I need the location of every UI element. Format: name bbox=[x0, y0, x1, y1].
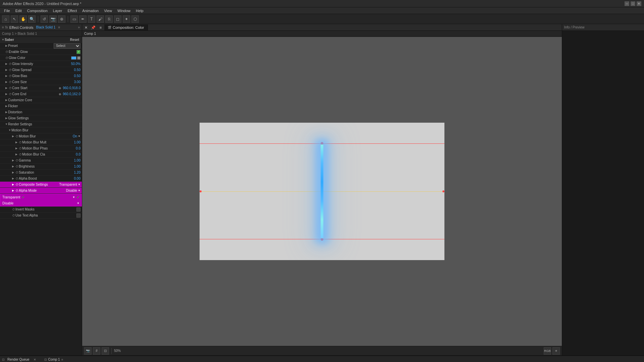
snapshot-button[interactable]: 📷 bbox=[84, 347, 92, 355]
flicker-arrow[interactable]: ▶ bbox=[5, 105, 8, 108]
glow-bias-arrow[interactable]: ▶ bbox=[5, 74, 8, 78]
glow-spread-arrow[interactable]: ▶ bbox=[5, 68, 8, 72]
mb-phas-stopwatch[interactable]: ⏱ bbox=[18, 146, 22, 150]
alpha-boost-value[interactable]: 0.00 bbox=[74, 177, 80, 180]
menu-effect[interactable]: Effect bbox=[65, 8, 79, 13]
tab-pin-icon[interactable]: 📌 bbox=[90, 24, 97, 31]
preset-select[interactable]: Select bbox=[54, 43, 80, 49]
comp1-timeline-icon[interactable]: ⊡ bbox=[44, 358, 47, 361]
mb-mult-stopwatch[interactable]: ⏱ bbox=[18, 140, 22, 144]
motion-blur-section-arrow[interactable]: ▼ bbox=[8, 129, 11, 132]
use-text-alpha-checkbox[interactable] bbox=[76, 214, 80, 218]
rq-close[interactable]: ✕ bbox=[34, 358, 36, 361]
alpha-boost-arrow[interactable]: ▶ bbox=[11, 177, 15, 180]
render-queue-icon[interactable]: ⊡ bbox=[2, 358, 5, 361]
glow-spread-value[interactable]: 0.50 bbox=[74, 68, 80, 72]
home-button[interactable]: ⌂ bbox=[2, 15, 9, 23]
view-grid-button[interactable]: # bbox=[93, 347, 100, 355]
rectangle-tool[interactable]: ▭ bbox=[70, 15, 78, 23]
use-text-alpha-stopwatch[interactable]: ⏱ bbox=[11, 214, 15, 218]
menu-layer[interactable]: Layer bbox=[50, 8, 65, 13]
anchor-tool[interactable]: ⊕ bbox=[58, 15, 65, 23]
gamma-arrow[interactable]: ▶ bbox=[11, 159, 15, 162]
panel-chevron[interactable]: » bbox=[78, 25, 80, 29]
alpha-mode-chevron[interactable]: ▼ bbox=[78, 189, 80, 192]
tab-menu-icon[interactable]: ≡ bbox=[97, 24, 104, 31]
mb-mult-arrow[interactable]: ▶ bbox=[15, 141, 18, 144]
rotate-tool[interactable]: ↺ bbox=[41, 15, 48, 23]
alpha-mode-value[interactable]: Disable bbox=[66, 189, 77, 192]
customize-core-arrow[interactable]: ▶ bbox=[5, 99, 8, 102]
composition-tab[interactable]: 🎬 Composition: Color bbox=[104, 24, 148, 31]
glow-intensity-value[interactable]: 50.0% bbox=[71, 62, 80, 66]
camera-tool[interactable]: 📷 bbox=[49, 15, 57, 23]
enable-glow-stopwatch[interactable]: ⏱ bbox=[5, 50, 9, 54]
core-end-crosshair[interactable]: ⊕ bbox=[59, 93, 61, 96]
distortion-arrow[interactable]: ▶ bbox=[5, 111, 8, 114]
glow-bias-stopwatch[interactable]: ⏱ bbox=[8, 74, 12, 78]
channel-button[interactable]: RGB bbox=[544, 347, 551, 355]
zoom-tool[interactable]: 🔍 bbox=[28, 15, 36, 23]
comp1-timeline-label[interactable]: Comp 1 bbox=[48, 358, 60, 361]
saturation-stopwatch[interactable]: ⏱ bbox=[15, 171, 19, 175]
brush-tool[interactable]: 🖌 bbox=[97, 15, 104, 23]
exposure-button[interactable]: ☀ bbox=[552, 347, 560, 355]
menu-window[interactable]: Window bbox=[115, 8, 133, 13]
brightness-value[interactable]: 1.00 bbox=[74, 165, 80, 168]
dropdown-option-transparent[interactable]: Transparent ✓ ▼ bbox=[0, 194, 82, 200]
view-safe-button[interactable]: ⊡ bbox=[102, 347, 109, 355]
panel-menu-icon[interactable]: ≡ bbox=[58, 25, 60, 29]
core-start-value[interactable]: 960.0,918.0 bbox=[63, 86, 80, 90]
motion-blur-arrow[interactable]: ▶ bbox=[11, 135, 15, 138]
hand-tool[interactable]: ✋ bbox=[19, 15, 27, 23]
menu-animation[interactable]: Animation bbox=[79, 8, 101, 13]
glow-color-swatch2[interactable] bbox=[77, 56, 80, 60]
clone-tool[interactable]: ⎘ bbox=[105, 15, 113, 23]
composite-settings-value[interactable]: Transparent bbox=[59, 183, 77, 186]
menu-edit[interactable]: Edit bbox=[13, 8, 24, 13]
saturation-value[interactable]: 1.20 bbox=[74, 171, 80, 174]
alpha-mode-arrow[interactable]: ▶ bbox=[11, 189, 15, 192]
tab-close-icon[interactable]: ✕ bbox=[82, 24, 90, 31]
mb-cla-arrow[interactable]: ▶ bbox=[15, 153, 18, 156]
mb-cla-value[interactable]: 0.0 bbox=[76, 153, 80, 156]
glow-color-swatch[interactable] bbox=[71, 56, 76, 60]
render-settings-arrow[interactable]: ▼ bbox=[5, 123, 8, 126]
core-end-value[interactable]: 960.0,162.0 bbox=[63, 92, 80, 96]
invert-masks-checkbox[interactable] bbox=[76, 207, 80, 212]
glow-intensity-stopwatch[interactable]: ⏱ bbox=[8, 62, 12, 66]
saturation-arrow[interactable]: ▶ bbox=[11, 171, 15, 174]
motion-blur-stopwatch[interactable]: ⏱ bbox=[15, 134, 19, 138]
glow-settings-arrow[interactable]: ▶ bbox=[5, 117, 8, 120]
menu-composition[interactable]: Composition bbox=[24, 8, 50, 13]
minimize-button[interactable]: ─ bbox=[625, 1, 629, 6]
core-end-stopwatch[interactable]: ⏱ bbox=[8, 92, 12, 96]
comp1-subtab[interactable]: Comp 1 bbox=[84, 32, 96, 36]
reset-button[interactable]: Reset bbox=[69, 38, 80, 42]
gamma-value[interactable]: 1.00 bbox=[74, 159, 80, 162]
composite-chevron[interactable]: ▼ bbox=[78, 183, 80, 186]
glow-spread-stopwatch[interactable]: ⏱ bbox=[8, 68, 12, 72]
mb-cla-stopwatch[interactable]: ⏱ bbox=[18, 153, 22, 157]
preset-arrow[interactable]: ▶ bbox=[5, 44, 8, 48]
invert-masks-stopwatch[interactable]: ⏱ bbox=[11, 207, 15, 212]
mb-mult-value[interactable]: 1.00 bbox=[74, 140, 80, 144]
eraser-tool[interactable]: ◻ bbox=[114, 15, 121, 23]
brightness-arrow[interactable]: ▶ bbox=[11, 165, 15, 168]
core-start-crosshair[interactable]: ⊕ bbox=[59, 86, 61, 90]
brightness-stopwatch[interactable]: ⏱ bbox=[15, 165, 19, 169]
composite-settings-arrow[interactable]: ▶ bbox=[11, 183, 15, 186]
glow-intensity-arrow[interactable]: ▶ bbox=[5, 62, 8, 66]
menu-file[interactable]: File bbox=[1, 8, 13, 13]
core-start-stopwatch[interactable]: ⏱ bbox=[8, 86, 12, 90]
pen-tool[interactable]: ✒ bbox=[79, 15, 87, 23]
motion-blur-value[interactable]: On bbox=[73, 134, 77, 138]
mb-phas-value[interactable]: 0.0 bbox=[76, 146, 80, 150]
dropdown-option-disable[interactable]: Disable ▼ bbox=[0, 200, 82, 206]
enable-glow-checkbox[interactable] bbox=[76, 50, 80, 54]
core-end-arrow[interactable]: ▶ bbox=[5, 93, 8, 96]
glow-color-stopwatch[interactable]: ⏱ bbox=[5, 56, 9, 60]
glow-bias-value[interactable]: 0.50 bbox=[74, 74, 80, 78]
render-queue-label[interactable]: Render Queue bbox=[7, 358, 30, 361]
text-tool[interactable]: T bbox=[88, 15, 95, 23]
